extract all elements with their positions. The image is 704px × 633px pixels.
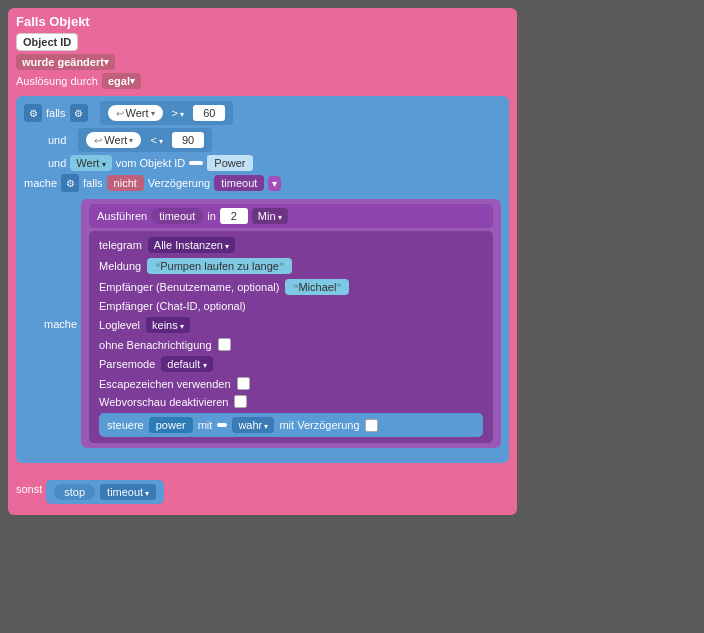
- escapezeichen-checkbox[interactable]: [237, 377, 250, 390]
- empfanger2-label: Empfänger (Chat-ID, optional): [99, 300, 246, 312]
- telegram-block: telegram Alle Instanzen Meldung Pumpen l…: [89, 231, 493, 443]
- power-text: Power: [207, 155, 252, 171]
- ausfuhren-header: Ausführen timeout in Min: [89, 204, 493, 228]
- outer-falls-block: ⚙ falls ⚙ Wert ▾ > und Wert: [16, 96, 509, 463]
- steuere-block: steuere power mit wahr mit Verzögerung: [99, 413, 483, 437]
- mache-ausfuhren-row: mache Ausführen timeout in Min tele: [44, 195, 501, 452]
- wurde-geandert-row: wurde geändert: [16, 54, 509, 70]
- auslösung-label: Auslösung durch: [16, 75, 98, 87]
- op-pill-2[interactable]: <: [145, 132, 168, 148]
- meldung-row: Meldung Pumpen laufen zu lange: [99, 258, 483, 274]
- wahr-container: [217, 423, 227, 427]
- op-pill-1[interactable]: >: [167, 105, 190, 121]
- condition-1: Wert ▾ >: [100, 101, 234, 125]
- falls-label-2: falls: [83, 177, 103, 189]
- empfanger1-row: Empfänger (Benutzername, optional) Micha…: [99, 279, 483, 295]
- empfanger1-label: Empfänger (Benutzername, optional): [99, 281, 279, 293]
- ohne-row: ohne Benachrichtigung: [99, 338, 483, 351]
- empfanger1-value: Michael: [285, 279, 349, 295]
- und-label-2: und: [48, 157, 66, 169]
- egal-dropdown[interactable]: egal: [102, 73, 141, 89]
- meldung-label: Meldung: [99, 260, 141, 272]
- ausfuhren-label: Ausführen: [97, 210, 147, 222]
- stop-pill: stop: [54, 484, 95, 500]
- number-input-2[interactable]: [220, 208, 248, 224]
- timeout-pill-2: timeout: [151, 208, 203, 224]
- nicht-pill: nicht: [107, 175, 144, 191]
- mache-falls-row: mache ⚙ falls nicht Verzögerung timeout …: [24, 174, 501, 192]
- webvorschau-checkbox[interactable]: [234, 395, 247, 408]
- value-input-2[interactable]: [172, 132, 204, 148]
- timeout-pill-1: timeout: [214, 175, 264, 191]
- stop-timeout-dropdown[interactable]: timeout: [100, 484, 156, 500]
- auslösung-row: Auslösung durch egal: [16, 73, 509, 89]
- value-input-1[interactable]: [193, 105, 225, 121]
- webvorschau-label: Webvorschau deaktivieren: [99, 396, 228, 408]
- loglevel-row: Loglevel keins: [99, 317, 483, 333]
- mit-verzögerung-label: mit Verzögerung: [279, 419, 359, 431]
- wurde-geandert-dropdown[interactable]: wurde geändert: [16, 54, 115, 70]
- gear-icon-1[interactable]: ⚙: [24, 104, 42, 122]
- und-row-1: und Wert ▾ <: [44, 128, 501, 152]
- mache-label-2: mache: [44, 318, 77, 330]
- sonst-label: sonst: [16, 483, 42, 495]
- wert-arrow-2: ▾: [129, 136, 133, 145]
- loglevel-label: Loglevel: [99, 319, 140, 331]
- wert-pill-1[interactable]: Wert ▾: [108, 105, 163, 121]
- gear-icon-2[interactable]: ⚙: [70, 104, 88, 122]
- mit-verzögerung-checkbox[interactable]: [365, 419, 378, 432]
- ohne-label: ohne Benachrichtigung: [99, 339, 212, 351]
- telegram-row: telegram Alle Instanzen: [99, 237, 483, 253]
- wert-vom-pill[interactable]: Wert: [70, 155, 111, 171]
- falls-header-row: ⚙ falls ⚙ Wert ▾ >: [24, 101, 501, 125]
- condition-2: Wert ▾ <: [78, 128, 212, 152]
- block-title: Falls Objekt: [16, 14, 509, 29]
- und-label-1: und: [48, 134, 66, 146]
- mache-label: mache: [24, 177, 57, 189]
- vom-objekt-label: vom Objekt ID: [116, 157, 186, 169]
- verzögerung-label: Verzögerung: [148, 177, 210, 189]
- sonst-block: stop timeout: [46, 480, 164, 504]
- escapezeichen-row: Escapezeichen verwenden: [99, 377, 483, 390]
- keins-dropdown[interactable]: keins: [146, 317, 190, 333]
- meldung-value: Pumpen laufen zu lange: [147, 258, 292, 274]
- objekt-id-value: [189, 161, 203, 165]
- parsemode-label: Parsemode: [99, 358, 155, 370]
- telegram-label: telegram: [99, 239, 142, 251]
- wert-pill-2[interactable]: Wert ▾: [86, 132, 141, 148]
- falls-label-1: falls: [46, 107, 66, 119]
- steuere-label: steuere: [107, 419, 144, 431]
- ohne-checkbox[interactable]: [218, 338, 231, 351]
- wahr-dropdown[interactable]: wahr: [232, 417, 274, 433]
- falls-objekt-block: Falls Objekt Object ID wurde geändert Au…: [8, 8, 517, 515]
- parsemode-row: Parsemode default: [99, 356, 483, 372]
- instanzen-dropdown[interactable]: Alle Instanzen: [148, 237, 235, 253]
- object-id-row: Object ID: [16, 33, 509, 51]
- mit-label: mit: [198, 419, 213, 431]
- ausfuhren-block: Ausführen timeout in Min telegram Alle I…: [81, 199, 501, 448]
- timeout-dropdown-1[interactable]: ▾: [268, 176, 281, 191]
- empfanger2-row: Empfänger (Chat-ID, optional): [99, 300, 483, 312]
- sonst-row: sonst stop timeout: [16, 474, 509, 504]
- escapezeichen-label: Escapezeichen verwenden: [99, 378, 230, 390]
- object-id-pill[interactable]: Object ID: [16, 33, 78, 51]
- in-label: in: [207, 210, 216, 222]
- min-dropdown[interactable]: Min: [252, 208, 288, 224]
- wert-arrow-1: ▾: [151, 109, 155, 118]
- und-row-2: und Wert vom Objekt ID Power: [44, 155, 501, 171]
- power-pill: power: [149, 417, 193, 433]
- default-dropdown[interactable]: default: [161, 356, 212, 372]
- gear-icon-3[interactable]: ⚙: [61, 174, 79, 192]
- webvorschau-row: Webvorschau deaktivieren: [99, 395, 483, 408]
